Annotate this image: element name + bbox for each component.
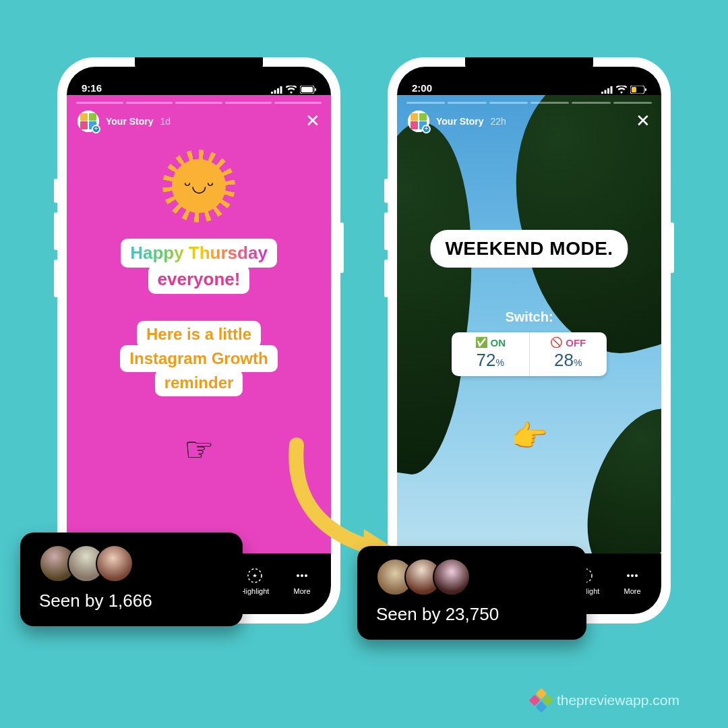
signal-icon [601,86,613,94]
weekend-text: WEEKEND MODE. [430,230,628,268]
phone-button [670,222,674,273]
screen: 2:00 Your Story [397,67,661,614]
signal-icon [271,86,282,94]
viewer-avatars [376,558,568,596]
svg-rect-6 [315,88,316,91]
svg-rect-0 [271,92,273,94]
story-background: Your Story 22h ✕ WEEKEND MODE. Switch: ✅… [397,95,661,553]
poll-question: Switch: [505,309,553,325]
svg-point-21 [635,574,638,577]
wifi-icon [616,86,627,94]
seen-by-label: Seen by 23,750 [376,604,568,625]
phone-mockup-right: 2:00 Your Story [388,57,671,624]
sun-sticker: ᵕ◡ᵕ [172,159,226,213]
svg-rect-1 [274,90,276,94]
status-icons [601,86,646,94]
seen-by-label: Seen by 1,666 [39,590,224,611]
avatar [433,558,471,596]
phone-button [54,260,58,297]
poll-option-off[interactable]: 🚫OFF 28% [529,332,607,376]
story-progress[interactable] [76,102,322,104]
story-owner-label[interactable]: Your Story [436,116,484,127]
phone-notch [465,57,593,79]
phone-button [340,222,344,273]
poll-sticker[interactable]: ✅ON 72% 🚫OFF 28% [452,332,607,376]
palm-tree [567,394,661,553]
body-text: Here is a little [137,321,261,348]
phone-notch [135,57,263,79]
watermark-text: thepreviewapp.com [557,692,679,708]
seen-by-card[interactable]: Seen by 23,750 [357,546,586,640]
svg-rect-13 [607,88,609,94]
preview-logo-icon [529,688,554,713]
phone-button [54,212,58,250]
svg-rect-3 [280,86,282,94]
phone-button [384,212,388,250]
story-age: 1d [160,116,171,127]
svg-rect-11 [601,92,603,94]
story-age: 22h [491,116,506,127]
more-icon [624,567,641,584]
svg-rect-14 [611,86,613,94]
status-time: 9:16 [82,82,102,94]
add-badge-icon [422,125,431,133]
status-icons [271,86,316,94]
seen-by-card[interactable]: Seen by 1,666 [20,533,243,626]
close-icon[interactable]: ✕ [305,111,320,131]
avatar [96,545,133,582]
wifi-icon [286,86,297,94]
poll-option-on[interactable]: ✅ON 72% [452,332,529,376]
svg-rect-2 [277,88,279,94]
svg-rect-16 [632,87,636,92]
phone-button [54,179,58,203]
close-icon[interactable]: ✕ [636,111,650,131]
more-button[interactable]: More [609,567,656,595]
svg-rect-12 [605,90,607,94]
svg-point-19 [627,574,630,577]
highlight-icon [246,567,264,584]
watermark: thepreviewapp.com [533,692,679,709]
phone-button [384,260,388,297]
status-time: 2:00 [412,82,432,94]
body-text: Instagram Growth [120,345,277,372]
phone-button [384,179,388,203]
pointer-icon: 👉 [511,419,548,454]
story-owner-label[interactable]: Your Story [106,116,154,127]
add-badge-icon [92,125,100,133]
headline-text: Happy Thursday [121,239,277,268]
battery-low-icon [630,86,646,94]
svg-rect-17 [645,88,646,91]
palm-tree [397,115,495,479]
battery-icon [300,86,316,94]
your-avatar[interactable] [408,111,429,132]
svg-rect-5 [301,87,313,92]
viewer-avatars [39,545,224,582]
headline-text: everyone! [148,265,250,294]
body-text: reminder [155,369,243,396]
your-avatar[interactable] [78,111,99,132]
svg-point-20 [631,574,634,577]
